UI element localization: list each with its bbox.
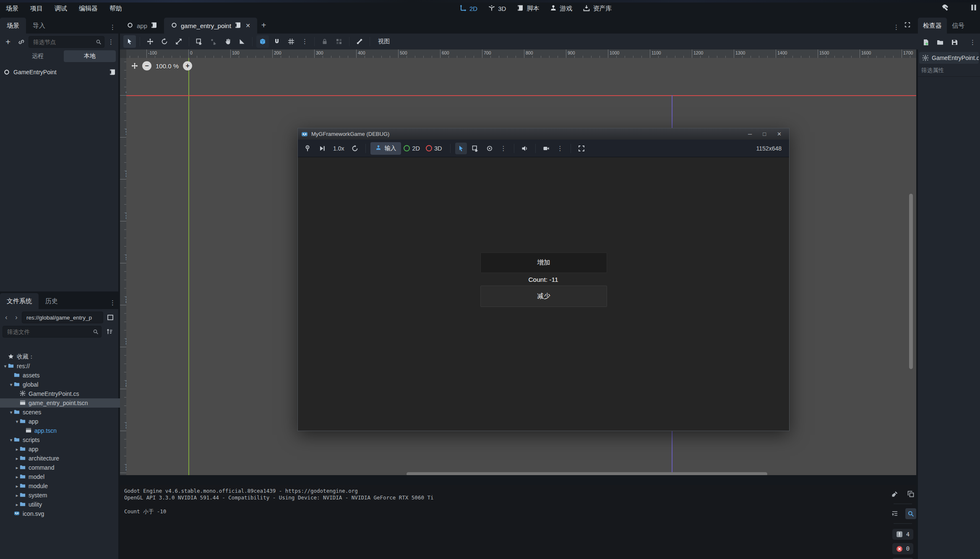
close-tab-icon[interactable]: ✕ (245, 22, 250, 29)
file-tree-item-[interactable]: 收藏： (0, 352, 121, 361)
camera-game-button[interactable] (540, 143, 552, 154)
menu-item-1[interactable]: 项目 (24, 0, 49, 17)
menu-item-3[interactable]: 编辑器 (73, 0, 104, 17)
select-game-button[interactable] (455, 143, 467, 154)
menu-item-0[interactable]: 场景 (0, 0, 24, 17)
file-tree-item-scripts[interactable]: ▾ scripts (0, 435, 127, 445)
decrease-button[interactable]: 减少 (480, 286, 607, 307)
file-tree-item-command[interactable]: ▸ command (0, 463, 133, 472)
file-tree-item-module[interactable]: ▸ module (0, 481, 133, 491)
inspected-resource-row[interactable]: GameEntryPoint.cs (919, 52, 979, 64)
filter-nodes-input[interactable] (29, 36, 104, 48)
mode-3D-button[interactable]: 3D (426, 145, 446, 152)
group-tool-button[interactable] (333, 35, 345, 48)
search-output-icon[interactable] (905, 508, 916, 519)
file-tree-item-architecture[interactable]: ▸ architecture (0, 454, 133, 463)
grid-tool-button[interactable] (285, 35, 297, 48)
file-tree-item-game_entry_point.tscn[interactable]: game_entry_point.tscn (0, 398, 133, 408)
scene-tab-app[interactable]: app (120, 18, 164, 34)
2d-viewport-canvas[interactable]: − 100.0 % + MyGFrameworkGame (DEBUG) ─ □… (126, 58, 916, 475)
speaker-game-button[interactable] (519, 143, 531, 154)
game-debug-window[interactable]: MyGFrameworkGame (DEBUG) ─ □ ✕ 1.0x 输入 2… (297, 128, 790, 431)
nav-forward-button[interactable]: › (12, 311, 21, 324)
menu-dots-icon[interactable]: ⋮ (555, 146, 566, 151)
game-window-titlebar[interactable]: MyGFrameworkGame (DEBUG) ─ □ ✕ (298, 128, 789, 140)
file-tree-item-icon.svg[interactable]: icon.svg (0, 509, 127, 518)
ruler-tool-button[interactable] (236, 35, 248, 48)
vertical-scrollbar[interactable] (909, 194, 913, 369)
tab-filesystem[interactable]: 文件系统 (0, 293, 39, 309)
lock-tool-button[interactable] (318, 35, 331, 48)
next-frame-game-button[interactable] (316, 143, 328, 154)
filter-files-input[interactable] (3, 326, 102, 338)
inspector-menu-dots-icon[interactable]: ⋮ (967, 40, 978, 44)
scale-tool-button[interactable] (172, 35, 185, 48)
zoom-percent[interactable]: 100.0 % (156, 62, 179, 70)
file-tree-item-app[interactable]: ▾ app (0, 417, 133, 426)
switch-joystick[interactable]: 游戏 (550, 5, 572, 13)
copy-output-icon[interactable] (905, 489, 916, 499)
script-icon[interactable] (235, 22, 241, 30)
file-tree-item-GameEntryPoint.cs[interactable]: GameEntryPoint.cs (0, 389, 133, 398)
chevron-right-icon[interactable]: ▸ (14, 484, 20, 489)
script-icon[interactable] (151, 22, 157, 30)
save-resource-icon[interactable] (948, 36, 961, 49)
switch-mode-2d[interactable]: 2D (460, 5, 477, 13)
list-select-game-button[interactable] (469, 143, 481, 154)
center-view-icon[interactable] (131, 62, 138, 69)
chevron-down-icon[interactable]: ▾ (8, 410, 14, 415)
input-mode-button[interactable]: 输入 (370, 142, 401, 155)
view-menu-button[interactable]: 视图 (374, 38, 394, 45)
local-button[interactable]: 本地 (64, 50, 116, 62)
switch-mode-3d[interactable]: 3D (488, 5, 506, 13)
file-tree-item-global[interactable]: ▾ global (0, 380, 127, 389)
filesystem-menu-dots-icon[interactable]: ⋮ (107, 301, 118, 305)
list-select-tool-button[interactable] (193, 35, 206, 48)
sort-files-icon[interactable] (103, 325, 116, 338)
chevron-right-icon[interactable]: ▸ (14, 447, 20, 452)
pause-icon[interactable] (970, 4, 977, 13)
tab-signals[interactable]: 信号 (947, 18, 970, 34)
file-tree-item-scenes[interactable]: ▾ scenes (0, 408, 127, 417)
file-tree-item-model[interactable]: ▸ model (0, 472, 133, 481)
new-resource-icon[interactable] (920, 36, 932, 49)
distraction-free-icon[interactable] (904, 22, 910, 29)
nav-back-button[interactable]: ‹ (2, 311, 11, 324)
file-tree-item-system[interactable]: ▸ system (0, 491, 133, 500)
chevron-down-icon[interactable]: ▾ (3, 364, 8, 369)
file-tree-item-utility[interactable]: ▸ utility (0, 500, 133, 509)
switch-script[interactable]: 脚本 (517, 5, 539, 13)
filter-files-field[interactable] (6, 328, 98, 335)
scene-tree-menu-dots-icon[interactable]: ⋮ (105, 40, 117, 44)
tab-inspector[interactable]: 检查器 (918, 18, 947, 34)
debug-joystick-game-button[interactable] (302, 143, 314, 154)
chevron-right-icon[interactable]: ▸ (14, 493, 20, 498)
path-bar[interactable] (22, 312, 103, 323)
chevron-right-icon[interactable]: ▸ (14, 465, 20, 471)
path-field[interactable] (26, 314, 99, 321)
chevron-right-icon[interactable]: ▸ (14, 502, 20, 507)
scene-tab-game_entry_point[interactable]: game_entry_point ✕ (164, 18, 257, 34)
minimize-icon[interactable]: ─ (748, 131, 752, 137)
collapse-list-icon[interactable] (889, 508, 900, 519)
chevron-right-icon[interactable]: ▸ (14, 456, 20, 461)
scene-tree-root-row[interactable]: GameEntryPoint (3, 67, 116, 77)
select-tool-button[interactable] (123, 35, 136, 48)
tab-scene-dock[interactable]: 场景 (0, 18, 26, 34)
attached-script-icon[interactable] (109, 69, 116, 75)
tab-import-dock[interactable]: 导入 (26, 18, 52, 34)
chevron-down-icon[interactable]: ▾ (14, 419, 20, 424)
add-node-button[interactable]: + (2, 36, 14, 48)
chevron-down-icon[interactable]: ▾ (8, 437, 14, 443)
pan-tool-button[interactable] (222, 35, 234, 48)
move-tool-button[interactable] (144, 35, 156, 48)
new-scene-tab-button[interactable]: + (257, 21, 271, 30)
menu-dots-icon[interactable]: ⋮ (498, 146, 509, 151)
pivot-tool-button[interactable] (207, 35, 220, 48)
file-tree-item-app.tscn[interactable]: app.tscn (0, 426, 138, 435)
magnet-tool-button[interactable] (271, 35, 283, 48)
menu-item-4[interactable]: 帮助 (104, 0, 128, 17)
reload-icon[interactable] (956, 4, 963, 13)
dock-menu-dots-icon[interactable]: ⋮ (107, 25, 118, 29)
clear-output-icon[interactable] (889, 489, 900, 499)
